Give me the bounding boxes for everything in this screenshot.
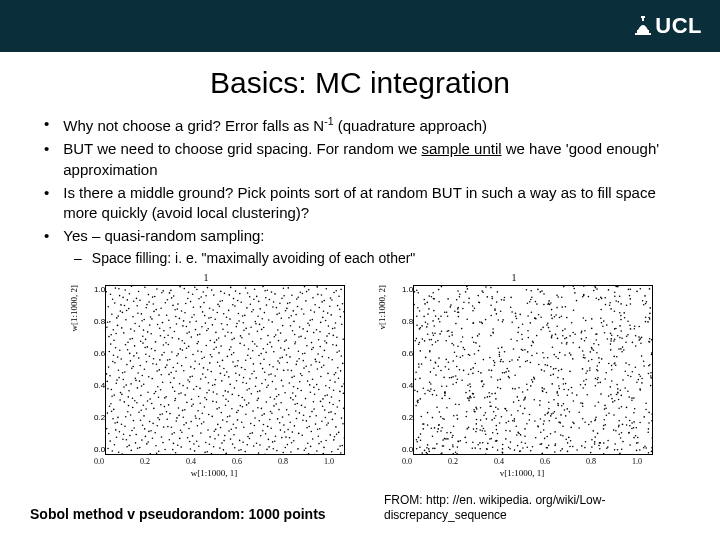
svg-point-1861 bbox=[601, 308, 603, 310]
svg-point-230 bbox=[292, 330, 294, 332]
svg-point-355 bbox=[111, 395, 113, 397]
svg-point-1444 bbox=[543, 388, 545, 390]
svg-point-578 bbox=[342, 302, 344, 304]
svg-point-127 bbox=[163, 351, 165, 353]
svg-point-1910 bbox=[475, 342, 477, 344]
svg-point-1721 bbox=[419, 446, 421, 448]
svg-point-1755 bbox=[437, 339, 439, 341]
svg-point-604 bbox=[250, 357, 252, 359]
svg-point-458 bbox=[319, 306, 321, 308]
svg-point-1290 bbox=[458, 440, 460, 442]
svg-point-1671 bbox=[651, 353, 653, 355]
svg-point-450 bbox=[343, 407, 345, 409]
svg-point-1198 bbox=[507, 367, 509, 369]
svg-point-1222 bbox=[551, 334, 553, 336]
svg-point-918 bbox=[294, 403, 296, 405]
svg-point-1399 bbox=[609, 301, 611, 303]
svg-point-414 bbox=[309, 415, 311, 417]
svg-point-125 bbox=[193, 313, 195, 315]
svg-point-1598 bbox=[628, 288, 630, 290]
svg-point-131 bbox=[106, 326, 108, 328]
svg-point-1356 bbox=[455, 322, 457, 324]
svg-point-737 bbox=[221, 322, 223, 324]
svg-point-708 bbox=[228, 430, 230, 432]
svg-point-1578 bbox=[560, 450, 562, 452]
svg-point-58 bbox=[327, 394, 329, 396]
svg-point-556 bbox=[244, 368, 246, 370]
figure-title: 1 bbox=[58, 272, 354, 283]
bullet-1: Why not choose a grid? Error falls as N-… bbox=[38, 114, 682, 136]
svg-point-894 bbox=[314, 453, 316, 454]
svg-point-396 bbox=[242, 406, 244, 408]
source-attribution: FROM: http: //en. wikipedia. org/wiki/Lo… bbox=[384, 493, 690, 522]
svg-point-1177 bbox=[551, 314, 553, 316]
svg-point-13 bbox=[180, 392, 182, 394]
svg-point-1422 bbox=[470, 368, 472, 370]
svg-point-161 bbox=[219, 305, 221, 307]
svg-point-1011 bbox=[652, 437, 653, 439]
svg-point-1911 bbox=[580, 402, 582, 404]
svg-point-326 bbox=[288, 287, 290, 289]
svg-point-896 bbox=[284, 340, 286, 342]
svg-point-754 bbox=[337, 367, 339, 369]
svg-point-1390 bbox=[563, 378, 565, 380]
svg-point-297 bbox=[200, 402, 202, 404]
svg-point-1560 bbox=[629, 396, 631, 398]
figure-sobol: 1 w[1:1000, 2] 1.0 0.8 0.6 0.4 0.2 0.0 bbox=[58, 272, 354, 478]
tick: 0.2 bbox=[402, 413, 413, 422]
svg-point-992 bbox=[281, 297, 283, 299]
svg-point-64 bbox=[282, 356, 284, 358]
svg-point-1183 bbox=[446, 431, 448, 433]
svg-point-634 bbox=[329, 386, 331, 388]
svg-point-1853 bbox=[500, 378, 502, 380]
svg-point-759 bbox=[150, 453, 152, 455]
svg-point-1285 bbox=[432, 447, 434, 449]
svg-point-1959 bbox=[619, 325, 621, 327]
svg-point-1682 bbox=[639, 421, 641, 423]
svg-point-1232 bbox=[524, 407, 526, 409]
svg-point-1217 bbox=[510, 441, 512, 443]
svg-point-1488 bbox=[583, 294, 585, 296]
svg-point-1623 bbox=[638, 336, 640, 338]
svg-point-691 bbox=[118, 369, 120, 371]
svg-point-1756 bbox=[441, 452, 443, 454]
svg-point-1955 bbox=[572, 392, 574, 394]
svg-point-236 bbox=[247, 292, 249, 294]
svg-point-200 bbox=[258, 300, 260, 302]
tick: 0.8 bbox=[402, 317, 413, 326]
svg-point-1950 bbox=[510, 338, 512, 340]
svg-point-912 bbox=[272, 441, 274, 443]
svg-point-712 bbox=[258, 354, 260, 356]
svg-point-1596 bbox=[651, 447, 653, 449]
svg-point-878 bbox=[307, 330, 309, 332]
svg-point-753 bbox=[217, 423, 219, 425]
svg-point-371 bbox=[119, 294, 121, 296]
svg-point-656 bbox=[272, 321, 274, 323]
svg-point-54 bbox=[297, 402, 299, 404]
svg-point-867 bbox=[112, 450, 114, 452]
svg-point-269 bbox=[181, 310, 183, 312]
svg-point-571 bbox=[132, 397, 134, 399]
svg-point-844 bbox=[243, 376, 245, 378]
svg-point-439 bbox=[148, 375, 150, 377]
svg-point-640 bbox=[284, 349, 286, 351]
svg-point-589 bbox=[182, 384, 184, 386]
svg-point-285 bbox=[188, 427, 190, 429]
svg-point-1895 bbox=[599, 454, 601, 455]
svg-point-1770 bbox=[610, 349, 612, 351]
svg-point-481 bbox=[221, 380, 223, 382]
svg-point-1556 bbox=[569, 410, 571, 412]
svg-point-521 bbox=[196, 320, 198, 322]
svg-point-985 bbox=[206, 391, 208, 393]
svg-point-320 bbox=[282, 324, 284, 326]
svg-point-501 bbox=[180, 429, 182, 431]
svg-point-582 bbox=[287, 428, 289, 430]
svg-point-1730 bbox=[610, 340, 612, 342]
svg-point-1611 bbox=[640, 287, 642, 289]
svg-point-321 bbox=[222, 419, 224, 421]
svg-point-1279 bbox=[448, 361, 450, 363]
svg-point-858 bbox=[325, 439, 327, 441]
svg-point-1188 bbox=[589, 369, 591, 371]
svg-point-311 bbox=[147, 331, 149, 333]
svg-point-1115 bbox=[651, 352, 653, 354]
